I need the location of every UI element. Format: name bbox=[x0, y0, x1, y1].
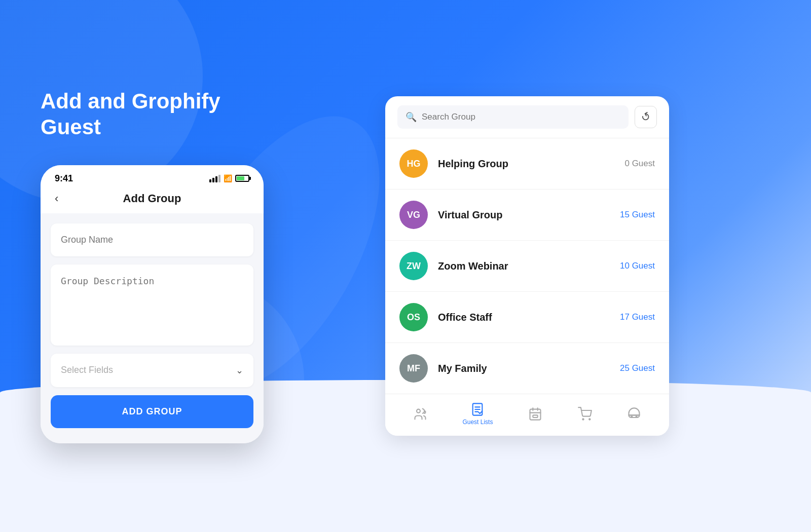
guest-count: 10 Guest bbox=[620, 261, 655, 271]
status-time: 9:41 bbox=[55, 173, 73, 184]
nav-item-cart[interactable] bbox=[578, 407, 592, 421]
svg-rect-10 bbox=[533, 415, 537, 417]
search-input[interactable] bbox=[422, 112, 620, 122]
guest-count: 0 Guest bbox=[624, 159, 655, 169]
group-avatar: VG bbox=[399, 201, 428, 229]
guest-count: 15 Guest bbox=[620, 210, 655, 220]
cart-icon bbox=[578, 407, 592, 421]
group-item[interactable]: OSOffice Staff17 Guest bbox=[385, 292, 669, 343]
phone-status-bar: 9:41 📶 bbox=[41, 165, 264, 188]
group-item[interactable]: VGVirtual Group15 Guest bbox=[385, 189, 669, 241]
refresh-button[interactable]: ↺ bbox=[635, 106, 657, 128]
search-icon: 🔍 bbox=[406, 111, 417, 123]
phone-mockup: 9:41 📶 ‹ Add Group bbox=[41, 165, 264, 443]
svg-point-11 bbox=[582, 419, 583, 420]
group-avatar: ZW bbox=[399, 252, 428, 280]
svg-rect-6 bbox=[530, 409, 541, 420]
nav-item-helmet[interactable] bbox=[627, 407, 641, 421]
search-input-wrapper: 🔍 bbox=[397, 105, 629, 129]
nav-item-guest-lists[interactable]: Guest Lists bbox=[462, 402, 493, 426]
battery-icon bbox=[235, 175, 249, 182]
phone-screen-title: Add Group bbox=[123, 192, 181, 205]
group-list-panel: 🔍 ↺ HGHelping Group0 GuestVGVirtual Grou… bbox=[385, 96, 669, 436]
guest-count: 17 Guest bbox=[620, 312, 655, 322]
back-button[interactable]: ‹ bbox=[55, 192, 58, 205]
svg-point-12 bbox=[589, 419, 590, 420]
phone-body: Select Fields ⌄ ADD GROUP bbox=[41, 213, 264, 443]
left-panel: Add and Grophify Guest 9:41 📶 bbox=[41, 89, 355, 443]
nav-item-calendar[interactable] bbox=[528, 407, 542, 421]
phone-header: ‹ Add Group bbox=[41, 188, 264, 213]
group-avatar: OS bbox=[399, 303, 428, 331]
group-avatar: MF bbox=[399, 354, 428, 383]
list-icon bbox=[470, 402, 485, 416]
group-name: Office Staff bbox=[438, 312, 620, 323]
group-name: Virtual Group bbox=[438, 209, 620, 221]
nav-item-guests[interactable] bbox=[413, 407, 427, 421]
group-name: Zoom Webinar bbox=[438, 260, 620, 272]
group-avatar: HG bbox=[399, 149, 428, 178]
guest-lists-nav-label: Guest Lists bbox=[462, 419, 493, 426]
guests-icon bbox=[413, 407, 427, 421]
svg-point-14 bbox=[636, 416, 637, 417]
select-fields-label: Select Fields bbox=[61, 365, 113, 375]
group-name-input[interactable] bbox=[51, 223, 253, 256]
group-name: My Family bbox=[438, 363, 620, 374]
svg-point-13 bbox=[631, 416, 632, 417]
search-bar: 🔍 ↺ bbox=[385, 96, 669, 138]
refresh-icon: ↺ bbox=[639, 109, 653, 125]
signal-icon bbox=[209, 175, 220, 182]
chevron-down-icon: ⌄ bbox=[236, 365, 243, 376]
page-title: Add and Grophify Guest bbox=[41, 89, 220, 140]
group-description-input[interactable] bbox=[51, 264, 253, 346]
svg-point-0 bbox=[417, 409, 420, 413]
add-group-button[interactable]: ADD GROUP bbox=[51, 395, 253, 428]
wifi-icon: 📶 bbox=[224, 174, 232, 182]
content-wrapper: Add and Grophify Guest 9:41 📶 bbox=[0, 0, 811, 532]
status-icons: 📶 bbox=[209, 174, 249, 182]
calendar-icon bbox=[528, 407, 542, 421]
group-item[interactable]: HGHelping Group0 Guest bbox=[385, 138, 669, 189]
group-item[interactable]: ZWZoom Webinar10 Guest bbox=[385, 241, 669, 292]
bottom-navigation: Guest Lists bbox=[385, 394, 669, 436]
guest-count: 25 Guest bbox=[620, 363, 655, 373]
group-name: Helping Group bbox=[438, 158, 624, 170]
helmet-icon bbox=[627, 407, 641, 421]
select-fields-dropdown[interactable]: Select Fields ⌄ bbox=[51, 354, 253, 387]
group-item[interactable]: MFMy Family25 Guest bbox=[385, 343, 669, 394]
group-list: HGHelping Group0 GuestVGVirtual Group15 … bbox=[385, 138, 669, 394]
